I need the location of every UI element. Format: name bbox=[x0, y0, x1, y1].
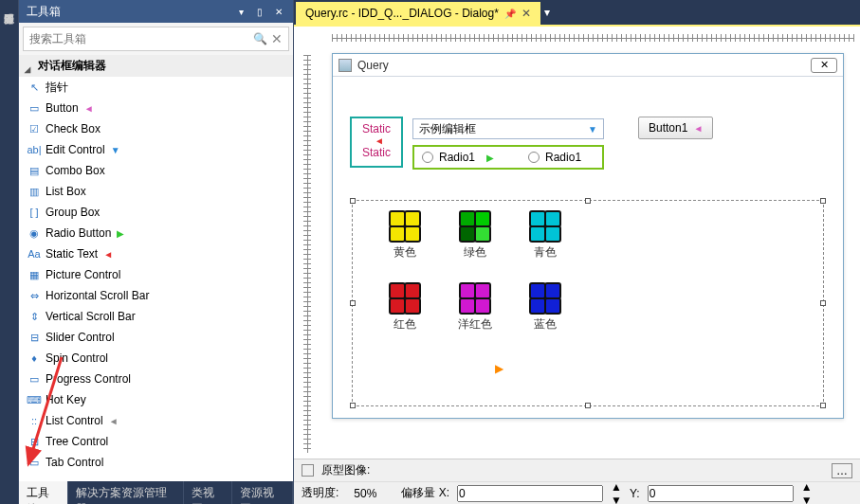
design-surface[interactable]: Query ✕ Static ◄ Static 示例编辑框 ▼ Button1 … bbox=[294, 47, 860, 459]
tool-icon: ▦ bbox=[27, 268, 42, 281]
toolbox-titlebar: 工具箱 ▾ ▯ ✕ bbox=[19, 0, 293, 23]
picture-control-group[interactable]: 黄色 绿色 青色 红色 bbox=[352, 200, 824, 406]
button-control[interactable]: Button1 ◄ bbox=[638, 117, 713, 139]
search-input[interactable] bbox=[29, 32, 253, 45]
color-item-blue[interactable]: 蓝色 bbox=[521, 282, 569, 333]
tool-label: Slider Control bbox=[46, 331, 115, 344]
toolbox-search[interactable]: 🔍 ✕ bbox=[23, 27, 289, 51]
dialog-close-button[interactable]: ✕ bbox=[811, 58, 837, 73]
tool-icon: ▤ bbox=[27, 164, 42, 177]
radio-label-2: Radio1 bbox=[545, 151, 581, 164]
toolbox-item[interactable]: ⌨Hot Key bbox=[19, 389, 293, 410]
toolbox-item[interactable]: ☑Check Box bbox=[19, 118, 293, 139]
tab-overflow-icon[interactable]: ▾ bbox=[540, 0, 554, 25]
pin-icon[interactable]: 📌 bbox=[504, 9, 516, 19]
toolbox-item[interactable]: ⊞Tree Control bbox=[19, 431, 293, 452]
marker-icon: ▶ bbox=[117, 228, 124, 239]
tool-label: Tab Control bbox=[46, 456, 103, 469]
offset-y-spinner[interactable]: ▲▼ bbox=[801, 480, 813, 505]
tool-label: Horizontal Scroll Bar bbox=[46, 289, 149, 302]
document-tab-strip: Query.rc - IDD_Q..._DIALOG - Dialog* 📌 ✕… bbox=[294, 0, 860, 25]
offset-x-input[interactable] bbox=[457, 485, 603, 502]
offset-y-input[interactable] bbox=[648, 485, 794, 502]
tool-label: Radio Button bbox=[46, 226, 111, 240]
tab-toolbox[interactable]: 工具箱 bbox=[19, 481, 68, 504]
dropdown-icon[interactable]: ▼ bbox=[588, 124, 597, 135]
toolbox-category[interactable]: 对话框编辑器 bbox=[19, 55, 293, 77]
button-label: Button1 bbox=[649, 121, 687, 135]
edit-control[interactable]: 示例编辑框 ▼ bbox=[412, 118, 604, 139]
tool-label: Tree Control bbox=[46, 435, 108, 448]
search-icon: 🔍 bbox=[253, 32, 267, 45]
side-tab-server-explorer[interactable]: 服务器资源管理器 bbox=[0, 0, 19, 504]
toolbox-close-icon[interactable]: ✕ bbox=[272, 5, 285, 18]
tab-resource-view[interactable]: 资源视图 bbox=[232, 481, 293, 504]
tool-icon: [ ] bbox=[27, 206, 42, 219]
toolbox-item[interactable]: ♦Spin Control bbox=[19, 348, 293, 369]
toolbox-panel: 工具箱 ▾ ▯ ✕ 🔍 ✕ 对话框编辑器 ↖指针▭Button◄☑Check B… bbox=[19, 0, 294, 504]
toolbox-item[interactable]: ab|Edit Control▼ bbox=[19, 139, 293, 160]
tool-icon: ▥ bbox=[27, 185, 42, 198]
tool-label: Progress Control bbox=[46, 372, 131, 386]
tool-label: Spin Control bbox=[46, 351, 108, 365]
marker-icon: ▶ bbox=[486, 153, 494, 163]
radio-group-selection[interactable]: Radio1 ▶ Radio1 bbox=[412, 145, 604, 170]
dialog-client-area[interactable]: Static ◄ Static 示例编辑框 ▼ Button1 ◄ Radio1 bbox=[333, 77, 843, 115]
toolbox-item[interactable]: AaStatic Text◄ bbox=[19, 243, 293, 264]
tool-label: 指针 bbox=[46, 80, 68, 96]
tool-label: Edit Control bbox=[46, 143, 105, 156]
tool-icon: ▭ bbox=[27, 101, 42, 115]
marker-icon: ◄ bbox=[109, 416, 119, 426]
marker-icon: ▶ bbox=[495, 362, 503, 375]
color-item-magenta[interactable]: 洋红色 bbox=[451, 282, 499, 333]
tool-icon: ⌨ bbox=[27, 393, 42, 406]
tool-icon: ⊞ bbox=[27, 435, 42, 448]
toolbox-dropdown-icon[interactable]: ▾ bbox=[234, 5, 247, 18]
color-label: 红色 bbox=[381, 316, 429, 333]
dialog-window[interactable]: Query ✕ Static ◄ Static 示例编辑框 ▼ Button1 … bbox=[332, 53, 844, 419]
tool-icon: ▭ bbox=[27, 456, 42, 469]
tool-icon: ⇕ bbox=[27, 310, 42, 323]
transparency-label: 透明度: bbox=[302, 485, 339, 501]
toolbox-pin-icon[interactable]: ▯ bbox=[253, 5, 266, 18]
toolbox-item[interactable]: ◉Radio Button▶ bbox=[19, 223, 293, 243]
toolbox-item[interactable]: ▦Picture Control bbox=[19, 264, 293, 285]
toolbox-item[interactable]: ⇔Horizontal Scroll Bar bbox=[19, 285, 293, 306]
color-item-green[interactable]: 绿色 bbox=[451, 210, 499, 261]
radio-button-1[interactable] bbox=[422, 152, 433, 163]
document-tab[interactable]: Query.rc - IDD_Q..._DIALOG - Dialog* 📌 ✕ bbox=[296, 2, 540, 25]
toolbox-item[interactable]: ▥List Box bbox=[19, 181, 293, 202]
tool-label: Group Box bbox=[46, 206, 100, 219]
static-text-2[interactable]: Static bbox=[352, 146, 401, 159]
toolbox-item[interactable]: [ ]Group Box bbox=[19, 202, 293, 223]
static-group-selection[interactable]: Static ◄ Static bbox=[350, 117, 403, 168]
prototype-checkbox[interactable] bbox=[302, 464, 314, 477]
static-text-1[interactable]: Static bbox=[352, 118, 401, 135]
transparency-value: 50% bbox=[354, 487, 376, 500]
dialog-titlebar[interactable]: Query ✕ bbox=[333, 54, 843, 77]
toolbox-item[interactable]: ::List Control◄ bbox=[19, 410, 293, 431]
search-clear-icon[interactable]: ✕ bbox=[271, 31, 283, 46]
tool-icon: ⊟ bbox=[27, 331, 42, 344]
offset-x-spinner[interactable]: ▲▼ bbox=[611, 480, 622, 505]
toolbox-item[interactable]: ▤Combo Box bbox=[19, 160, 293, 181]
color-item-red[interactable]: 红色 bbox=[381, 282, 429, 333]
radio-button-2[interactable] bbox=[528, 152, 540, 163]
toolbox-item[interactable]: ⊟Slider Control bbox=[19, 327, 293, 348]
horizontal-ruler bbox=[294, 25, 860, 47]
tab-solution-explorer[interactable]: 解决方案资源管理器 bbox=[68, 481, 184, 504]
toolbox-item[interactable]: ↖指针 bbox=[19, 77, 293, 98]
transparency-row: 透明度: 50% 偏移量 X: ▲▼ Y: ▲▼ bbox=[294, 481, 860, 504]
toolbox-item[interactable]: ⇕Vertical Scroll Bar bbox=[19, 306, 293, 327]
toolbox-item[interactable]: ▭Progress Control bbox=[19, 369, 293, 389]
color-item-yellow[interactable]: 黄色 bbox=[381, 210, 429, 261]
radio-label-1: Radio1 bbox=[439, 151, 475, 164]
tab-class-view[interactable]: 类视图 bbox=[184, 481, 233, 504]
dialog-title-text: Query bbox=[357, 59, 811, 72]
toolbox-item[interactable]: ▭Tab Control bbox=[19, 452, 293, 473]
close-icon[interactable]: ✕ bbox=[521, 7, 531, 20]
color-item-cyan[interactable]: 青色 bbox=[521, 210, 569, 261]
browse-button[interactable]: … bbox=[832, 463, 852, 478]
offset-x-label: 偏移量 X: bbox=[401, 485, 449, 501]
toolbox-item[interactable]: ▭Button◄ bbox=[19, 98, 293, 118]
